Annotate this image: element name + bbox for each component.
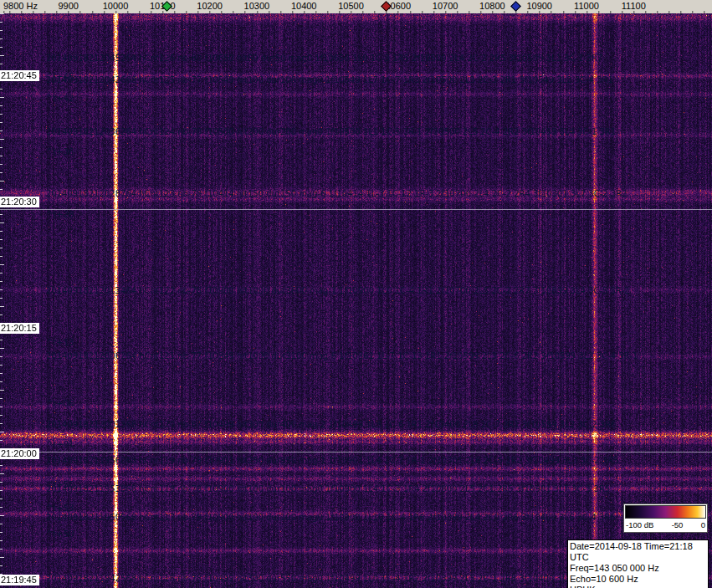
echo-time-marker: ^t+28 [46,210,74,219]
echo-data-annotation: 20140918212036264 hCnt124 nb-78 f10500 h… [46,127,616,136]
frequency-axis: 9800 Hz990010000101001020010300104001050… [0,0,712,13]
color-gradient-bar [625,505,706,519]
legend-label-mid: -50 [672,520,684,529]
time-label: 21:20:45 [0,70,39,81]
echo-time-marker: ^t+50 [46,529,74,539]
time-label: 21:20:15 [0,323,39,334]
legend-label-max: 0 [701,520,705,529]
overlay-layer: 21:20:4521:20:3021:20:1521:20:0021:19:45… [0,0,712,588]
echo-data-annotation: 20140918211956068 hCnt119 nb-78 f10901 h… [46,456,619,465]
legend-label-min: -100 dB [626,520,653,529]
spectrogram-app: 9800 Hz990010000101001020010300104001050… [0,0,712,588]
freq-tick-label: 11000 [574,1,599,11]
echo-data-annotation: 20140918212006264 hCnt121 nb-77 f10349 h… [46,351,638,360]
minute-gridline [0,452,712,453]
info-freq-line: Freq=143 050 000 Hz [570,563,706,574]
freq-tick-label: 10000 [103,1,129,11]
info-station-line: HPHK [570,585,706,588]
echo-time-marker: ^t+01 [46,440,74,449]
minute-gridline [0,209,712,210]
echo-data-annotation: 20140918212045264 hCnt126 nb-80 f10650 h… [46,54,602,63]
echo-time-marker: ^t+06 [46,399,74,408]
freq-tick-label: 10500 [338,1,364,11]
echo-time-marker: ^t+42 [46,94,74,103]
freq-tick-label: 10300 [244,1,270,11]
echo-data-annotation: 20140918211953868 hCnt118 nb-78 f10900 h… [46,484,610,493]
echo-time-marker: ^t+13 [46,338,74,347]
echo-data-annotation: 20140918212028764 hCnt123 nb-78 f10414 h… [46,189,627,198]
echo-time-marker: ^t+53 [46,504,74,513]
freq-tick-label: 11100 [622,1,646,11]
info-box: Date=2014-09-18 Time=21:18 UTC Freq=143 … [567,539,709,588]
info-date-line: Date=2014-09-18 Time=21:18 UTC [570,541,706,563]
echo-data-annotation: 20140918212001368 hCnt120 nb-67 f10499 h… [46,420,617,429]
echo-data-annotation: 20140918212042668 hCnt125 nb-77 f10549 h… [46,75,613,84]
info-echo-line: Echo=10 600 Hz [570,574,706,585]
freq-tick-label: 9900 [58,1,78,11]
freq-tick-label: 9800 Hz [3,1,38,11]
time-label: 21:19:45 [0,575,39,585]
time-label: 21:20:30 [0,197,39,207]
freq-tick-label: 10900 [526,1,552,11]
legend-labels: -100 dB -50 0 [625,519,706,531]
echo-data-annotation: 20140918211950568 hCnt117 nb-78 f10900 h… [46,513,616,522]
freq-tick-label: 10400 [291,1,317,11]
echo-data-annotation: 20140918211942568 hCnt116 nb-78 f10499 h… [46,574,594,583]
echo-time-marker: ^t+36 [46,147,74,156]
blue-frequency-marker[interactable] [510,1,521,12]
echo-data-annotation: 20140918212013464 hCnt122 nb-78 f10900 h… [46,286,629,295]
color-scale-legend: -100 dB -50 0 [623,504,708,533]
freq-tick-label: 10200 [197,1,223,11]
freq-tick-label: 10700 [433,1,458,11]
time-label: 21:20:00 [0,448,39,459]
freq-tick-label: 10800 [479,1,505,11]
